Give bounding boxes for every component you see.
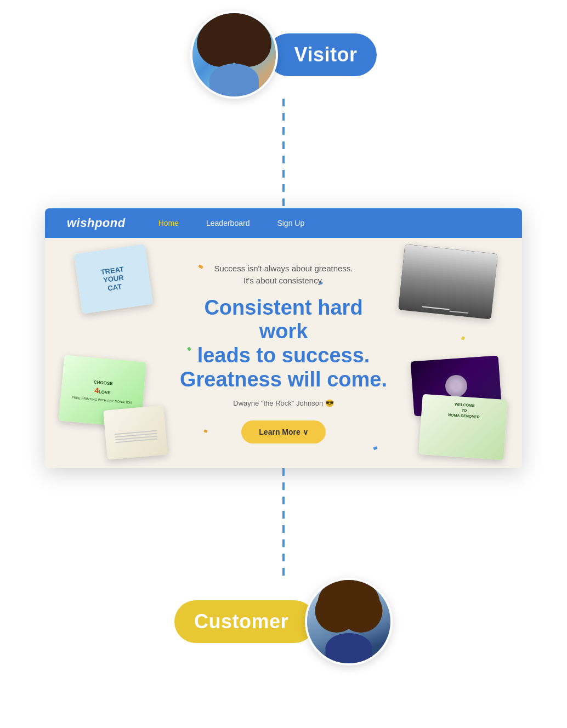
- visitor-bubble: Visitor: [267, 33, 377, 76]
- confetti-4: [440, 270, 444, 274]
- customer-avatar-image: [307, 580, 390, 663]
- hero-cta-label: Learn More ∨: [259, 428, 308, 436]
- confetti-7: [418, 412, 423, 417]
- card-choose: CHOOSE4LOVE FREE PRINTING WITH ANY DONAT…: [59, 355, 146, 428]
- dashed-line-bottom: [282, 468, 285, 578]
- visitor-avatar: [190, 11, 278, 99]
- confetti-9: [461, 336, 465, 340]
- card-dark-content: [411, 356, 502, 417]
- website-navbar: wishpond Home Leaderboard Sign Up: [45, 208, 522, 238]
- card-bw-content: [398, 244, 498, 319]
- confetti-3: [401, 292, 405, 297]
- website-mockup: wishpond Home Leaderboard Sign Up: [45, 208, 522, 468]
- card-treat-cat: TREATYOURCAT: [74, 244, 153, 314]
- confetti-6: [373, 446, 377, 450]
- customer-row: Customer: [174, 578, 393, 666]
- navbar-links: Home Leaderboard Sign Up: [158, 219, 305, 228]
- card-small: [103, 405, 167, 459]
- visitor-row: Visitor: [190, 11, 377, 99]
- visitor-avatar-image: [192, 13, 276, 96]
- hero-subtitle: Success isn't always about greatness.It'…: [179, 263, 388, 287]
- card-food-content: WELCOMETONOMA DENOVER: [418, 394, 507, 460]
- customer-section: Customer: [0, 578, 567, 682]
- navbar-link-home[interactable]: Home: [158, 219, 179, 228]
- hero-cta-button[interactable]: Learn More ∨: [241, 420, 325, 443]
- customer-label: Customer: [194, 610, 288, 633]
- customer-avatar: [305, 578, 393, 666]
- hero-title: Consistent hard workleads to success.Gre…: [179, 296, 388, 392]
- card-treat-inner: TREATYOURCAT: [74, 244, 153, 314]
- dashed-line-top: [282, 99, 285, 208]
- visitor-section: Visitor wishpond Home Leaderboard Sign U…: [0, 0, 567, 578]
- customer-bubble: Customer: [174, 600, 316, 643]
- navbar-link-signup[interactable]: Sign Up: [277, 219, 304, 228]
- navbar-brand: wishpond: [67, 216, 126, 230]
- card-food: WELCOMETONOMA DENOVER: [418, 394, 507, 460]
- card-bw: [398, 244, 498, 319]
- navbar-link-leaderboard[interactable]: Leaderboard: [206, 219, 250, 228]
- visitor-label: Visitor: [294, 43, 358, 66]
- hero-center: Success isn't always about greatness.It'…: [179, 263, 388, 444]
- hero-section: TREATYOURCAT CHOOSE4LOVE FREE PRINTING W…: [45, 238, 522, 468]
- hero-author: Dwayne "the Rock" Johnson 😎: [179, 399, 388, 407]
- card-dark: [411, 356, 502, 417]
